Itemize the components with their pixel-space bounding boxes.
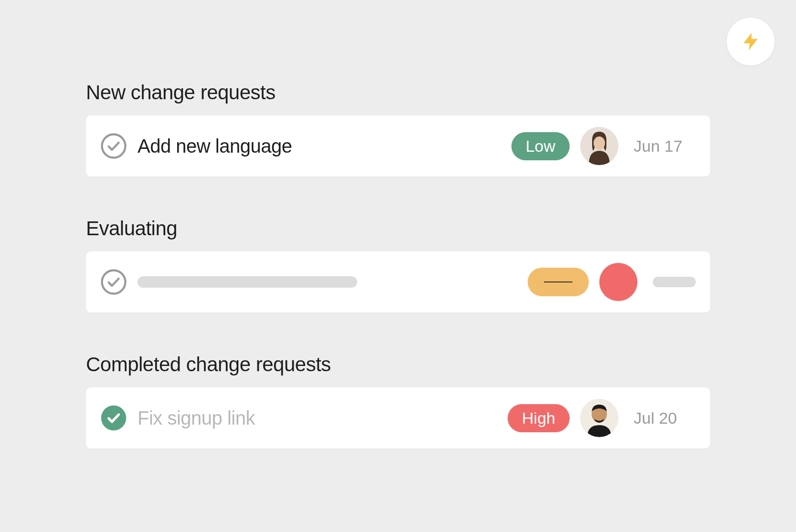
task-title: Fix signup link [138, 407, 497, 429]
due-date: Jun 17 [634, 137, 696, 156]
priority-badge-high[interactable]: High [508, 404, 570, 432]
due-date: Jul 20 [634, 409, 696, 428]
assignee-avatar[interactable] [580, 127, 618, 165]
section-evaluating: Evaluating [86, 217, 710, 313]
assignee-avatar[interactable] [580, 399, 618, 437]
complete-checkbox-completed[interactable] [100, 405, 127, 431]
due-date-placeholder [653, 277, 696, 287]
section-completed-change-requests: Completed change requests Fix signup lin… [86, 353, 710, 449]
svg-point-5 [101, 406, 127, 431]
svg-point-3 [594, 136, 605, 150]
automation-bolt-button[interactable] [727, 18, 775, 65]
main-content: New change requests Add new language Low [0, 0, 796, 449]
section-title: Completed change requests [86, 353, 710, 376]
complete-checkbox[interactable] [100, 133, 127, 159]
task-row[interactable] [86, 251, 710, 313]
bolt-icon [740, 31, 761, 52]
assignee-avatar-placeholder[interactable] [599, 263, 637, 301]
svg-point-4 [102, 271, 126, 294]
task-title-placeholder [138, 276, 517, 288]
complete-checkbox[interactable] [100, 269, 127, 295]
task-row[interactable]: Add new language Low Jun 17 [86, 115, 710, 177]
task-row[interactable]: Fix signup link High Jul 20 [86, 387, 710, 449]
section-title: Evaluating [86, 217, 710, 240]
priority-badge-low[interactable]: Low [511, 132, 570, 160]
svg-point-0 [102, 135, 126, 158]
priority-badge-placeholder[interactable] [528, 268, 589, 296]
section-title: New change requests [86, 81, 710, 104]
task-title: Add new language [138, 136, 501, 157]
section-new-change-requests: New change requests Add new language Low [86, 81, 710, 177]
